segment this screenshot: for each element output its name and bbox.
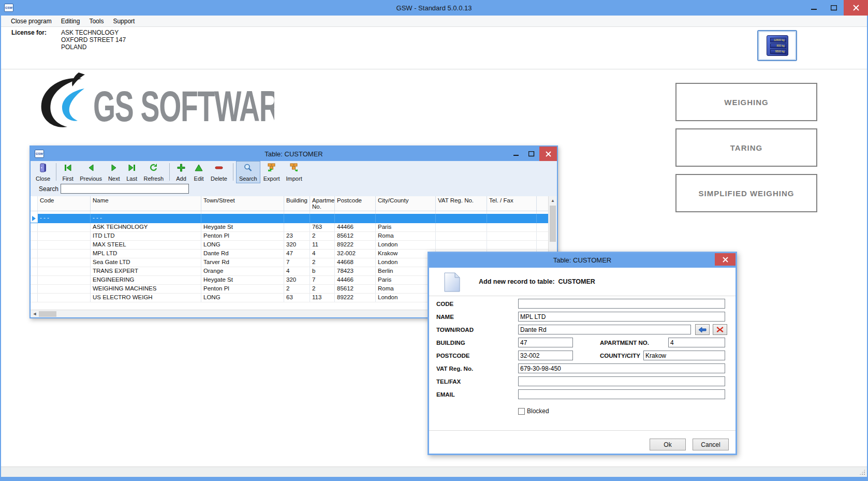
toolbar-button-add[interactable]: Add xyxy=(172,161,190,183)
search-input[interactable] xyxy=(61,184,189,194)
table-close-button[interactable] xyxy=(539,147,557,161)
cell-code xyxy=(38,232,91,240)
column-header-code[interactable]: Code xyxy=(38,196,91,211)
dialog-header-text: Add new record to table: CUSTOMER xyxy=(479,278,595,285)
cell-postcode: 78423 xyxy=(335,267,376,275)
row-gutter xyxy=(31,276,38,284)
column-header-city-county[interactable]: City/County xyxy=(376,196,436,211)
column-header-name[interactable]: Name xyxy=(91,196,201,211)
last-icon xyxy=(127,163,137,175)
toolbar-button-delete[interactable]: Delete xyxy=(208,161,230,183)
maximize-button[interactable] xyxy=(824,0,844,16)
apartment-no-input[interactable] xyxy=(668,338,725,347)
cell-name: ITD LTD xyxy=(91,232,201,240)
cell-town-street: Dante Rd xyxy=(201,250,284,258)
town-lookup-button[interactable] xyxy=(695,324,710,335)
row-gutter xyxy=(31,258,38,267)
status-bar xyxy=(1,467,867,477)
email-input[interactable] xyxy=(518,389,725,399)
cell-town-street: Tarver Rd xyxy=(201,258,284,267)
cell-postcode: 44668 xyxy=(335,258,376,267)
toolbar-button-export[interactable]: Export xyxy=(260,161,283,183)
table-row[interactable]: - - -- - - xyxy=(31,214,557,223)
toolbar-button-close[interactable]: Close xyxy=(33,161,53,183)
edit-icon xyxy=(194,163,204,175)
name-input[interactable] xyxy=(518,312,725,322)
column-header-tel-fax[interactable]: Tel. / Fax xyxy=(487,196,537,211)
cell-name: ASK TECHNOLOGY xyxy=(91,223,201,231)
close-icon xyxy=(853,5,859,11)
toolbar-button-previous[interactable]: Previous xyxy=(77,161,105,183)
weighing-button[interactable]: WEIGHING xyxy=(675,83,817,121)
county-city-input[interactable] xyxy=(643,351,725,360)
toolbar-button-import[interactable]: Import xyxy=(283,161,305,183)
column-header-building[interactable]: Building xyxy=(284,196,310,211)
toolbar-button-search[interactable]: Search xyxy=(236,161,260,183)
table-row[interactable]: ASK TECHNOLOGYHeygate St76344466Paris xyxy=(31,223,557,232)
maximize-icon xyxy=(528,151,535,157)
toolbar-button-refresh[interactable]: Refresh xyxy=(141,161,167,183)
resize-grip[interactable] xyxy=(859,469,865,475)
toolbar-button-label: Export xyxy=(263,176,280,182)
toolbar-button-label: Edit xyxy=(194,176,204,182)
cell-tel-fax xyxy=(487,232,537,240)
town-road-input[interactable] xyxy=(518,325,691,334)
cell-name: US ELECTRO WEIGH xyxy=(91,294,201,302)
dialog-titlebar[interactable]: Table: CUSTOMER xyxy=(429,253,735,268)
toolbar-button-label: Import xyxy=(286,176,302,182)
cell-town-street: LONG xyxy=(201,241,284,249)
column-header-vat-reg-no[interactable]: VAT Reg. No. xyxy=(436,196,487,211)
minimize-button[interactable] xyxy=(804,0,824,16)
menu-item-support[interactable]: Support xyxy=(108,16,139,26)
horizontal-scroll-thumb[interactable] xyxy=(39,311,56,317)
toolbar-button-last[interactable]: Last xyxy=(123,161,141,183)
close-icon xyxy=(723,257,728,263)
toolbar-button-edit[interactable]: Edit xyxy=(190,161,208,183)
simplified-weighing-button[interactable]: SIMPLIFIED WEIGHING xyxy=(675,174,817,212)
window-border-bottom[interactable] xyxy=(0,477,868,481)
code-input[interactable] xyxy=(518,299,725,309)
scroll-left-icon[interactable]: ◄ xyxy=(31,311,39,316)
toolbar-button-first[interactable]: First xyxy=(59,161,77,183)
building-input[interactable] xyxy=(518,338,573,347)
table-maximize-button[interactable] xyxy=(524,147,539,161)
dialog-close-button[interactable] xyxy=(715,253,735,266)
menu-item-editing[interactable]: Editing xyxy=(56,16,85,26)
vat-reg-no-input[interactable] xyxy=(518,363,725,373)
toolbar-button-label: Add xyxy=(176,176,186,182)
scale-display-value: 800 kg xyxy=(770,43,786,48)
vertical-scroll-thumb[interactable] xyxy=(550,206,556,242)
column-header-town-street[interactable]: Town/Street xyxy=(201,196,284,211)
first-icon xyxy=(63,163,73,175)
search-icon xyxy=(243,163,253,175)
menu-item-close-program[interactable]: Close program xyxy=(6,16,56,26)
next-icon xyxy=(109,163,119,175)
cell-city-county: Paris xyxy=(376,223,436,231)
cell-name: - - - xyxy=(91,214,201,223)
table-row[interactable]: MAX STEELLONG3201189222London xyxy=(31,241,557,250)
scale-display-button[interactable]: 12600 kg800 kg9500 kg xyxy=(757,30,797,61)
cell-town-street: Penton Pl xyxy=(201,232,284,240)
scroll-up-icon[interactable]: ▲ xyxy=(549,196,557,205)
ok-button[interactable]: Ok xyxy=(650,439,686,450)
table-titlebar[interactable]: GSW Table: CUSTOMER xyxy=(31,147,557,161)
postcode-input[interactable] xyxy=(518,351,573,360)
column-header-apartment-no[interactable]: Apartmen No. xyxy=(310,196,335,211)
main-titlebar[interactable]: GSW GSW - Standard 5.0.0.13 xyxy=(0,0,868,16)
menu-item-tools[interactable]: Tools xyxy=(84,16,108,26)
tel-fax-input[interactable] xyxy=(518,376,725,386)
blocked-checkbox[interactable] xyxy=(518,408,525,415)
tel-fax-label: TEL/FAX xyxy=(436,378,518,385)
town-clear-button[interactable] xyxy=(713,324,727,335)
cell-apartment-no: 2 xyxy=(310,285,335,293)
toolbar-button-next[interactable]: Next xyxy=(105,161,123,183)
column-header-postcode[interactable]: Postcode xyxy=(335,196,376,211)
close-button[interactable] xyxy=(844,0,868,16)
cancel-button[interactable]: Cancel xyxy=(693,439,729,450)
cell-building: 320 xyxy=(284,241,310,249)
row-gutter xyxy=(31,232,38,240)
table-minimize-button[interactable] xyxy=(508,147,524,161)
table-row[interactable]: ITD LTDPenton Pl23285612Roma xyxy=(31,232,557,241)
table-window-title: Table: CUSTOMER xyxy=(31,150,557,158)
taring-button[interactable]: TARING xyxy=(675,128,817,167)
